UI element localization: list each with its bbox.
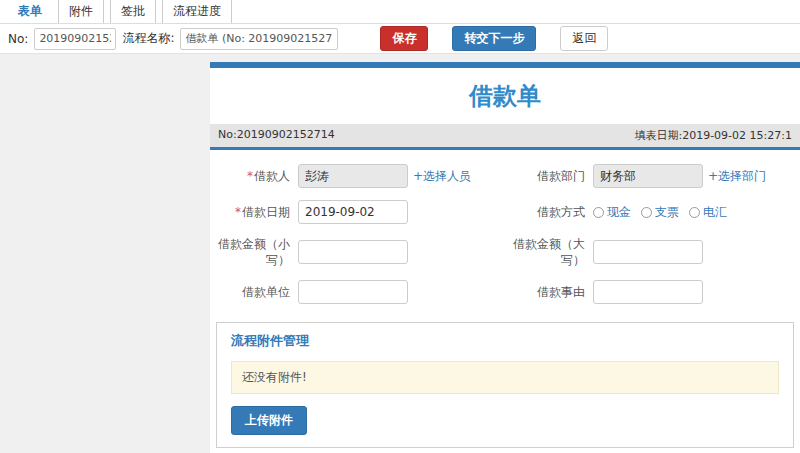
reason-input[interactable] (593, 280, 703, 304)
tab-process-progress[interactable]: 流程进度 (162, 0, 232, 23)
dept-field-cell: +选择部门 (589, 158, 800, 194)
amount-small-label: 借款金额（小写） (218, 237, 290, 267)
dept-label-cell: 借款部门 (505, 158, 589, 194)
form-title: 借款单 (210, 68, 800, 124)
radio-wire-label: 电汇 (703, 204, 727, 221)
unit-field-cell (294, 274, 505, 310)
radio-icon (689, 207, 700, 218)
borrower-label: 借款人 (254, 169, 290, 183)
borrower-label-cell: *借款人 (210, 158, 294, 194)
amount-small-input[interactable] (298, 240, 408, 264)
radio-icon (593, 207, 604, 218)
table-row: *借款日期 借款方式 现金 支票 电汇 (210, 194, 800, 230)
loan-method-radio-group: 现金 支票 电汇 (593, 204, 796, 221)
select-person-link[interactable]: +选择人员 (413, 169, 471, 183)
dept-input[interactable] (593, 164, 703, 188)
radio-icon (641, 207, 652, 218)
top-tab-bar: 表单 附件 签批 流程进度 (0, 0, 800, 24)
blue-divider (210, 147, 800, 150)
attachment-section-title: 流程附件管理 (217, 323, 793, 357)
table-row: 借款单位 借款事由 (210, 274, 800, 310)
loan-form-panel: 借款单 No:20190902152714 填表日期:2019-09-02 15… (210, 62, 800, 453)
loan-date-input[interactable] (298, 200, 408, 224)
table-row: *借款人 +选择人员 借款部门 +选择部门 (210, 158, 800, 194)
radio-check[interactable]: 支票 (641, 204, 679, 221)
method-field-cell: 现金 支票 电汇 (589, 194, 800, 230)
amount-big-field-cell (589, 230, 800, 274)
unit-label-cell: 借款单位 (210, 274, 294, 310)
dept-label: 借款部门 (537, 169, 585, 183)
tab-form[interactable]: 表单 (8, 0, 52, 23)
required-mark: * (247, 169, 253, 183)
no-label: No: (8, 32, 28, 46)
table-row: 借款金额（小写） 借款金额（大写） (210, 230, 800, 274)
amount-big-input[interactable] (593, 240, 703, 264)
no-input[interactable] (34, 28, 116, 50)
radio-wire[interactable]: 电汇 (689, 204, 727, 221)
select-dept-link[interactable]: +选择部门 (708, 169, 766, 183)
form-no-text: No:20190902152714 (218, 128, 335, 143)
unit-label: 借款单位 (242, 285, 290, 299)
borrower-field-cell: +选择人员 (294, 158, 505, 194)
reason-field-cell (589, 274, 800, 310)
date-label: 借款日期 (242, 205, 290, 219)
radio-check-label: 支票 (655, 204, 679, 221)
loan-form-table: *借款人 +选择人员 借款部门 +选择部门 *借款日期 借款方式 (210, 158, 800, 310)
toolbar: No: 流程名称: 保存 转交下一步 返回 (0, 24, 800, 54)
amount-big-label: 借款金额（大写） (513, 237, 585, 267)
required-mark: * (235, 205, 241, 219)
upload-attachment-button[interactable]: 上传附件 (231, 406, 307, 435)
process-name-input[interactable] (180, 28, 338, 50)
save-button[interactable]: 保存 (380, 26, 428, 51)
process-name-label: 流程名称: (122, 30, 174, 47)
attachment-section: 流程附件管理 还没有附件! 上传附件 (216, 322, 794, 448)
unit-input[interactable] (298, 280, 408, 304)
amount-big-label-cell: 借款金额（大写） (505, 230, 589, 274)
amount-small-label-cell: 借款金额（小写） (210, 230, 294, 274)
borrower-input[interactable] (298, 164, 408, 188)
amount-small-field-cell (294, 230, 505, 274)
back-button[interactable]: 返回 (560, 26, 608, 51)
no-attachment-notice: 还没有附件! (231, 361, 779, 394)
radio-cash-label: 现金 (607, 204, 631, 221)
forward-next-step-button[interactable]: 转交下一步 (452, 26, 536, 51)
form-info-bar: No:20190902152714 填表日期:2019-09-02 15:27:… (210, 124, 800, 147)
form-date-text: 填表日期:2019-09-02 15:27:1 (634, 128, 792, 143)
radio-cash[interactable]: 现金 (593, 204, 631, 221)
reason-label: 借款事由 (537, 285, 585, 299)
tab-approval[interactable]: 签批 (110, 0, 156, 23)
method-label: 借款方式 (537, 205, 585, 219)
date-field-cell (294, 194, 505, 230)
reason-label-cell: 借款事由 (505, 274, 589, 310)
tab-attachments[interactable]: 附件 (58, 0, 104, 23)
date-label-cell: *借款日期 (210, 194, 294, 230)
method-label-cell: 借款方式 (505, 194, 589, 230)
